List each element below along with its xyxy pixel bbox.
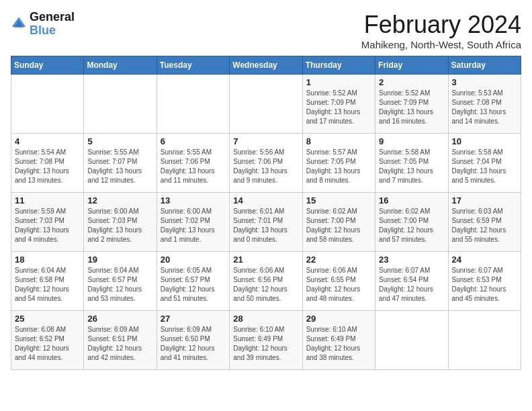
day-info: Sunrise: 5:57 AM Sunset: 7:05 PM Dayligh…: [306, 148, 371, 185]
calendar-cell: 15Sunrise: 6:02 AM Sunset: 7:00 PM Dayli…: [302, 193, 375, 252]
calendar-cell: 20Sunrise: 6:05 AM Sunset: 6:57 PM Dayli…: [157, 252, 229, 311]
day-info: Sunrise: 6:08 AM Sunset: 6:52 PM Dayligh…: [15, 325, 80, 363]
calendar-cell: 1Sunrise: 5:52 AM Sunset: 7:09 PM Daylig…: [302, 75, 375, 134]
calendar-cell: 29Sunrise: 6:10 AM Sunset: 6:49 PM Dayli…: [302, 311, 375, 370]
location-subtitle: Mahikeng, North-West, South Africa: [361, 39, 521, 50]
day-info: Sunrise: 6:07 AM Sunset: 6:54 PM Dayligh…: [379, 266, 444, 304]
day-info: Sunrise: 5:52 AM Sunset: 7:09 PM Dayligh…: [379, 89, 444, 126]
day-info: Sunrise: 5:59 AM Sunset: 7:03 PM Dayligh…: [15, 207, 80, 244]
day-number: 19: [87, 255, 152, 265]
calendar-cell: 10Sunrise: 5:58 AM Sunset: 7:04 PM Dayli…: [448, 134, 521, 193]
calendar-cell: [230, 75, 302, 134]
day-info: Sunrise: 6:03 AM Sunset: 6:59 PM Dayligh…: [452, 207, 517, 244]
day-info: Sunrise: 5:58 AM Sunset: 7:05 PM Dayligh…: [379, 148, 444, 185]
day-info: Sunrise: 6:04 AM Sunset: 6:57 PM Dayligh…: [87, 266, 152, 304]
day-number: 17: [452, 195, 517, 205]
calendar-cell: 25Sunrise: 6:08 AM Sunset: 6:52 PM Dayli…: [11, 311, 84, 370]
day-number: 23: [379, 255, 444, 265]
day-header-wednesday: Wednesday: [230, 56, 302, 75]
calendar-cell: [448, 311, 521, 370]
day-number: 11: [15, 195, 80, 205]
week-row-2: 4Sunrise: 5:54 AM Sunset: 7:08 PM Daylig…: [11, 134, 521, 193]
calendar-cell: 4Sunrise: 5:54 AM Sunset: 7:08 PM Daylig…: [11, 134, 84, 193]
day-number: 12: [87, 195, 152, 205]
week-row-5: 25Sunrise: 6:08 AM Sunset: 6:52 PM Dayli…: [11, 311, 521, 370]
calendar-cell: 24Sunrise: 6:07 AM Sunset: 6:53 PM Dayli…: [448, 252, 521, 311]
day-info: Sunrise: 6:09 AM Sunset: 6:51 PM Dayligh…: [87, 325, 152, 363]
day-number: 10: [452, 136, 517, 146]
calendar-cell: 16Sunrise: 6:02 AM Sunset: 7:00 PM Dayli…: [375, 193, 448, 252]
calendar-cell: 18Sunrise: 6:04 AM Sunset: 6:58 PM Dayli…: [11, 252, 84, 311]
logo: General Blue: [11, 11, 75, 38]
day-info: Sunrise: 6:01 AM Sunset: 7:01 PM Dayligh…: [233, 207, 298, 244]
day-number: 4: [15, 136, 80, 146]
day-number: 16: [379, 195, 444, 205]
calendar-cell: 22Sunrise: 6:06 AM Sunset: 6:55 PM Dayli…: [302, 252, 375, 311]
day-number: 27: [161, 314, 226, 324]
day-info: Sunrise: 5:55 AM Sunset: 7:06 PM Dayligh…: [161, 148, 226, 185]
day-number: 18: [15, 255, 80, 265]
day-info: Sunrise: 5:52 AM Sunset: 7:09 PM Dayligh…: [306, 89, 371, 126]
day-number: 21: [233, 255, 298, 265]
day-number: 25: [15, 314, 80, 324]
logo-icon: [11, 16, 27, 32]
day-info: Sunrise: 6:10 AM Sunset: 6:49 PM Dayligh…: [306, 325, 371, 363]
calendar-cell: 19Sunrise: 6:04 AM Sunset: 6:57 PM Dayli…: [84, 252, 157, 311]
calendar-table: SundayMondayTuesdayWednesdayThursdayFrid…: [11, 56, 521, 370]
day-info: Sunrise: 6:06 AM Sunset: 6:55 PM Dayligh…: [306, 266, 371, 304]
day-info: Sunrise: 5:58 AM Sunset: 7:04 PM Dayligh…: [452, 148, 517, 185]
day-header-sunday: Sunday: [11, 56, 84, 75]
day-header-thursday: Thursday: [302, 56, 375, 75]
calendar-cell: 5Sunrise: 5:55 AM Sunset: 7:07 PM Daylig…: [84, 134, 157, 193]
week-row-4: 18Sunrise: 6:04 AM Sunset: 6:58 PM Dayli…: [11, 252, 521, 311]
week-row-3: 11Sunrise: 5:59 AM Sunset: 7:03 PM Dayli…: [11, 193, 521, 252]
day-number: 14: [233, 195, 298, 205]
day-number: 1: [306, 77, 371, 87]
title-section: February 2024 Mahikeng, North-West, Sout…: [361, 11, 521, 50]
calendar-cell: [375, 311, 448, 370]
days-header-row: SundayMondayTuesdayWednesdayThursdayFrid…: [11, 56, 521, 75]
calendar-cell: 3Sunrise: 5:53 AM Sunset: 7:08 PM Daylig…: [448, 75, 521, 134]
day-info: Sunrise: 6:05 AM Sunset: 6:57 PM Dayligh…: [161, 266, 226, 304]
day-info: Sunrise: 6:04 AM Sunset: 6:58 PM Dayligh…: [15, 266, 80, 304]
day-info: Sunrise: 5:54 AM Sunset: 7:08 PM Dayligh…: [15, 148, 80, 185]
calendar-cell: 12Sunrise: 6:00 AM Sunset: 7:03 PM Dayli…: [84, 193, 157, 252]
calendar-cell: 6Sunrise: 5:55 AM Sunset: 7:06 PM Daylig…: [157, 134, 229, 193]
calendar-cell: 9Sunrise: 5:58 AM Sunset: 7:05 PM Daylig…: [375, 134, 448, 193]
day-number: 7: [233, 136, 298, 146]
calendar-cell: [84, 75, 157, 134]
day-info: Sunrise: 6:07 AM Sunset: 6:53 PM Dayligh…: [452, 266, 517, 304]
calendar-cell: [11, 75, 84, 134]
day-info: Sunrise: 6:02 AM Sunset: 7:00 PM Dayligh…: [379, 207, 444, 244]
day-info: Sunrise: 6:06 AM Sunset: 6:56 PM Dayligh…: [233, 266, 298, 304]
calendar-cell: 21Sunrise: 6:06 AM Sunset: 6:56 PM Dayli…: [230, 252, 302, 311]
day-header-saturday: Saturday: [448, 56, 521, 75]
day-number: 8: [306, 136, 371, 146]
day-number: 24: [452, 255, 517, 265]
calendar-cell: 26Sunrise: 6:09 AM Sunset: 6:51 PM Dayli…: [84, 311, 157, 370]
day-header-friday: Friday: [375, 56, 448, 75]
day-number: 9: [379, 136, 444, 146]
calendar-cell: 27Sunrise: 6:09 AM Sunset: 6:50 PM Dayli…: [157, 311, 229, 370]
logo-line2: Blue: [30, 24, 75, 38]
calendar-cell: 28Sunrise: 6:10 AM Sunset: 6:49 PM Dayli…: [230, 311, 302, 370]
calendar-cell: 17Sunrise: 6:03 AM Sunset: 6:59 PM Dayli…: [448, 193, 521, 252]
month-title: February 2024: [361, 11, 521, 39]
page-header: General Blue February 2024 Mahikeng, Nor…: [11, 11, 521, 50]
day-number: 13: [161, 195, 226, 205]
day-info: Sunrise: 6:10 AM Sunset: 6:49 PM Dayligh…: [233, 325, 298, 363]
day-info: Sunrise: 6:02 AM Sunset: 7:00 PM Dayligh…: [306, 207, 371, 244]
day-info: Sunrise: 5:56 AM Sunset: 7:06 PM Dayligh…: [233, 148, 298, 185]
day-number: 3: [452, 77, 517, 87]
calendar-cell: 7Sunrise: 5:56 AM Sunset: 7:06 PM Daylig…: [230, 134, 302, 193]
calendar-cell: 23Sunrise: 6:07 AM Sunset: 6:54 PM Dayli…: [375, 252, 448, 311]
day-info: Sunrise: 5:55 AM Sunset: 7:07 PM Dayligh…: [87, 148, 152, 185]
day-info: Sunrise: 6:09 AM Sunset: 6:50 PM Dayligh…: [161, 325, 226, 363]
day-header-monday: Monday: [84, 56, 157, 75]
calendar-cell: 2Sunrise: 5:52 AM Sunset: 7:09 PM Daylig…: [375, 75, 448, 134]
day-header-tuesday: Tuesday: [157, 56, 229, 75]
day-number: 15: [306, 195, 371, 205]
day-number: 26: [87, 314, 152, 324]
day-number: 5: [87, 136, 152, 146]
day-number: 22: [306, 255, 371, 265]
